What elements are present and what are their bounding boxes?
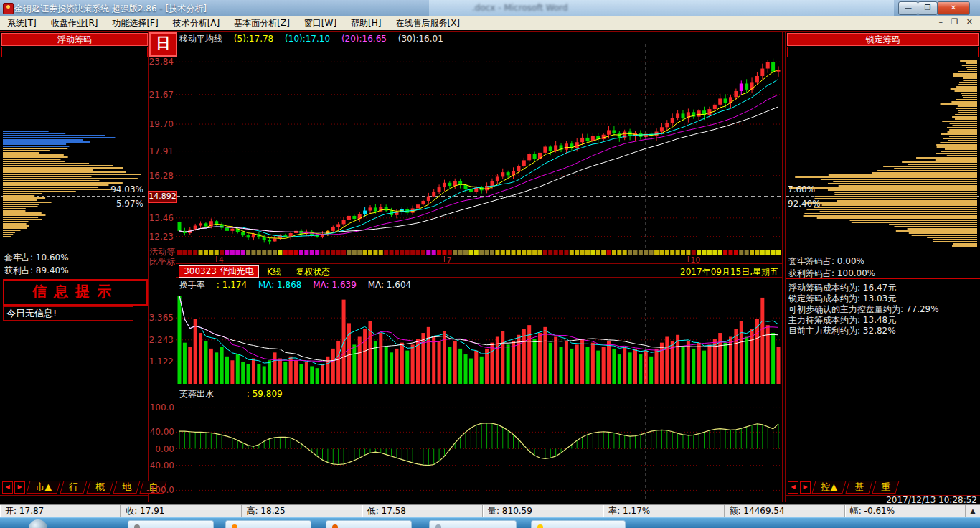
- svg-text:10: 10: [690, 255, 700, 265]
- vol-tick-1: 2.243: [148, 335, 174, 345]
- ma20-value: (20):16.65: [341, 34, 387, 44]
- info-prompt-text: 今日无信息!: [3, 306, 133, 321]
- scale-mode-label: 活动等比坐标: [149, 247, 175, 267]
- right-tab-1[interactable]: 基: [845, 481, 872, 494]
- taskbar-button-2[interactable]: [326, 520, 412, 528]
- left-panel-header: 浮动筹码: [1, 33, 148, 46]
- taskbar-app-icon-0: [134, 524, 140, 528]
- turnover-ma1: MA: 1.868: [258, 280, 302, 290]
- ma30-value: (30):16.01: [398, 34, 443, 44]
- left-tab-0[interactable]: 市▲: [26, 481, 60, 494]
- taskbar-button-4[interactable]: [531, 520, 626, 528]
- price-tick-3: 17.91: [148, 146, 174, 156]
- status-bar: 开: 17.87收: 17.91高: 18.25低: 17.58量: 810.5…: [0, 504, 980, 518]
- taskbar-button-1[interactable]: [225, 520, 311, 528]
- left-tab-2[interactable]: 概: [86, 481, 113, 494]
- ma10-value: (10):17.10: [285, 34, 330, 44]
- price-tick-5: 13.46: [148, 213, 174, 223]
- info-prompt-header: 信息提示: [3, 279, 148, 306]
- start-button[interactable]: [29, 519, 47, 528]
- left-below-percent: 5.97%: [0, 199, 143, 209]
- crosshair-date-label: 2017年09月15日,星期五: [646, 266, 778, 278]
- left-panel-subbox: [1, 47, 148, 57]
- price-tick-4: 16.28: [148, 171, 174, 181]
- right-stat-trapped: 套牢筹码占: 0.00%: [788, 255, 864, 268]
- kline-label: K线: [267, 266, 281, 278]
- right-above-percent: 7.60%: [788, 184, 815, 194]
- osc-tick-3: -40.00: [146, 461, 174, 471]
- svg-text:4: 4: [219, 255, 224, 265]
- right-stat-profit: 获利筹码占: 100.00%: [788, 268, 875, 280]
- price-tick-1: 21.67: [148, 90, 174, 100]
- ma5-value: (5):17.78: [234, 34, 273, 44]
- left-tab-1[interactable]: 行: [60, 481, 87, 494]
- taskbar-app-icon-4: [537, 524, 543, 528]
- analysis-line-0: 浮动筹码成本约为: 16.47元: [788, 283, 939, 293]
- right-panel-subbox: [787, 47, 979, 57]
- price-tick-2: 19.70: [148, 119, 174, 129]
- analysis-line-3: 主力持筹成本约为: 13.48元: [788, 315, 939, 326]
- status-cell-6: 额: 14469.54: [725, 505, 845, 518]
- oscillator-header: 芙蓉出水 : 59.809: [179, 388, 291, 400]
- status-cell-2: 高: 18.25: [242, 505, 362, 518]
- right-tab-0[interactable]: 控▲: [811, 481, 846, 494]
- right-tab-strip: ◀▶控▲基重: [788, 480, 899, 494]
- left-arrow-left[interactable]: ◀: [2, 481, 13, 494]
- vol-tick-0: 3.365: [148, 313, 174, 323]
- taskbar-button-3[interactable]: [429, 520, 517, 528]
- right-arrow-left[interactable]: ◀: [788, 481, 798, 494]
- osc-tick-0: 100.0: [146, 402, 174, 412]
- analysis-line-2: 可初步确认的主力控盘量约为: 77.29%: [788, 304, 939, 315]
- turnover-title: 换手率: [179, 280, 205, 290]
- taskbar-app-icon-2: [332, 524, 338, 528]
- status-cell-3: 低: 17.58: [362, 505, 483, 518]
- restoration-mode-label: 复权状态: [296, 266, 330, 278]
- left-tab-strip: ◀▶市▲行概地自: [2, 480, 166, 494]
- oscillator-title: 芙蓉出水: [179, 389, 214, 399]
- windows-taskbar[interactable]: [0, 517, 980, 528]
- left-above-percent: 94.03%: [0, 184, 143, 194]
- turnover-header: 换手率 : 1.174 MA: 1.868 MA: 1.639 MA: 1.60…: [179, 279, 420, 291]
- oscillator-value: : 59.809: [247, 389, 283, 399]
- ma-header: 移动平均线 (5):17.78 (10):17.10 (20):16.65 (3…: [179, 33, 452, 45]
- status-scroll-arrow[interactable]: ▲: [966, 505, 980, 518]
- status-cell-0: 开: 17.87: [0, 505, 121, 518]
- system-datetime: 2017/12/13 10:28:52: [825, 495, 977, 505]
- left-tab-3[interactable]: 地: [113, 481, 140, 494]
- taskbar-button-0[interactable]: [128, 520, 214, 528]
- taskbar-app-icon-3: [435, 524, 441, 528]
- status-cell-4: 量: 810.59: [483, 505, 603, 518]
- price-tick-0: 23.84: [148, 57, 174, 67]
- svg-text:7: 7: [446, 255, 451, 265]
- right-tab-2[interactable]: 重: [872, 481, 899, 494]
- osc-tick-1: 40.00: [146, 427, 174, 437]
- stock-code-box[interactable]: 300323 华灿光电: [179, 265, 259, 278]
- vol-tick-2: 1.122: [148, 357, 174, 367]
- status-cell-1: 收: 17.91: [121, 505, 241, 518]
- main-force-analysis: 浮动筹码成本约为: 16.47元锁定筹码成本约为: 13.03元可初步确认的主力…: [788, 283, 939, 336]
- right-arrow-right[interactable]: ▶: [800, 481, 811, 494]
- right-below-percent: 92.40%: [788, 199, 821, 209]
- ma-title: 移动平均线: [179, 34, 222, 44]
- turnover-ma2: MA: 1.639: [313, 280, 357, 290]
- left-arrow-right[interactable]: ▶: [14, 481, 25, 494]
- left-stat-trapped: 套牢占: 10.60%: [4, 252, 69, 264]
- period-day-button[interactable]: 日: [149, 32, 177, 57]
- analysis-line-4: 目前主力获利约为: 32.82%: [788, 326, 939, 336]
- turnover-value: : 1.174: [217, 280, 247, 290]
- analysis-line-1: 锁定筹码成本约为: 13.03元: [788, 293, 939, 304]
- taskbar-app-icon-1: [232, 524, 237, 528]
- left-stat-profit: 获利占: 89.40%: [4, 265, 69, 277]
- status-cell-5: 率: 1.17%: [603, 505, 724, 518]
- osc-tick-2: 0.00: [146, 444, 174, 454]
- osc-tick-4: -100.0: [146, 485, 174, 495]
- right-panel-header: 锁定筹码: [787, 33, 979, 46]
- price-marker-label: 14.892: [148, 191, 177, 203]
- status-cell-7: 幅: -0.61%: [845, 505, 966, 518]
- price-tick-6: 12.23: [148, 232, 174, 242]
- turnover-ma3: MA: 1.604: [368, 280, 412, 290]
